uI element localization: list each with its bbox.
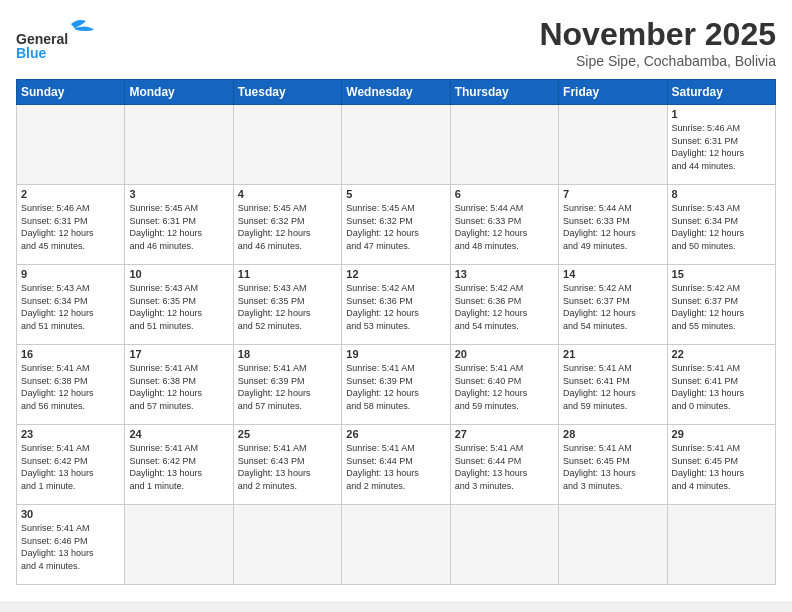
day-cell: 25Sunrise: 5:41 AM Sunset: 6:43 PM Dayli… [233,425,341,505]
day-info: Sunrise: 5:45 AM Sunset: 6:31 PM Dayligh… [129,202,228,252]
day-info: Sunrise: 5:41 AM Sunset: 6:43 PM Dayligh… [238,442,337,492]
day-number: 6 [455,188,554,200]
day-number: 29 [672,428,771,440]
day-cell [125,505,233,585]
day-info: Sunrise: 5:42 AM Sunset: 6:36 PM Dayligh… [346,282,445,332]
day-cell: 21Sunrise: 5:41 AM Sunset: 6:41 PM Dayli… [559,345,667,425]
day-info: Sunrise: 5:41 AM Sunset: 6:41 PM Dayligh… [563,362,662,412]
col-header-saturday: Saturday [667,80,775,105]
day-number: 3 [129,188,228,200]
day-cell: 30Sunrise: 5:41 AM Sunset: 6:46 PM Dayli… [17,505,125,585]
day-cell [233,105,341,185]
day-cell [559,105,667,185]
day-cell: 26Sunrise: 5:41 AM Sunset: 6:44 PM Dayli… [342,425,450,505]
day-number: 28 [563,428,662,440]
day-number: 25 [238,428,337,440]
day-info: Sunrise: 5:44 AM Sunset: 6:33 PM Dayligh… [563,202,662,252]
day-cell: 8Sunrise: 5:43 AM Sunset: 6:34 PM Daylig… [667,185,775,265]
week-row-3: 16Sunrise: 5:41 AM Sunset: 6:38 PM Dayli… [17,345,776,425]
title-block: November 2025 Sipe Sipe, Cochabamba, Bol… [539,16,776,69]
day-number: 27 [455,428,554,440]
day-number: 9 [21,268,120,280]
day-number: 1 [672,108,771,120]
day-number: 8 [672,188,771,200]
day-info: Sunrise: 5:45 AM Sunset: 6:32 PM Dayligh… [238,202,337,252]
day-info: Sunrise: 5:41 AM Sunset: 6:44 PM Dayligh… [346,442,445,492]
day-number: 30 [21,508,120,520]
day-cell [450,505,558,585]
day-number: 26 [346,428,445,440]
day-cell: 22Sunrise: 5:41 AM Sunset: 6:41 PM Dayli… [667,345,775,425]
day-cell [17,105,125,185]
col-header-monday: Monday [125,80,233,105]
day-info: Sunrise: 5:42 AM Sunset: 6:37 PM Dayligh… [672,282,771,332]
week-row-0: 1Sunrise: 5:46 AM Sunset: 6:31 PM Daylig… [17,105,776,185]
day-cell: 16Sunrise: 5:41 AM Sunset: 6:38 PM Dayli… [17,345,125,425]
logo: General Blue [16,16,106,61]
day-number: 24 [129,428,228,440]
day-cell [559,505,667,585]
day-info: Sunrise: 5:43 AM Sunset: 6:34 PM Dayligh… [21,282,120,332]
day-number: 20 [455,348,554,360]
day-info: Sunrise: 5:41 AM Sunset: 6:41 PM Dayligh… [672,362,771,412]
day-cell: 24Sunrise: 5:41 AM Sunset: 6:42 PM Dayli… [125,425,233,505]
day-info: Sunrise: 5:41 AM Sunset: 6:45 PM Dayligh… [672,442,771,492]
day-cell: 9Sunrise: 5:43 AM Sunset: 6:34 PM Daylig… [17,265,125,345]
day-cell: 2Sunrise: 5:46 AM Sunset: 6:31 PM Daylig… [17,185,125,265]
svg-text:Blue: Blue [16,45,47,61]
day-cell: 19Sunrise: 5:41 AM Sunset: 6:39 PM Dayli… [342,345,450,425]
day-cell: 11Sunrise: 5:43 AM Sunset: 6:35 PM Dayli… [233,265,341,345]
day-number: 2 [21,188,120,200]
day-info: Sunrise: 5:42 AM Sunset: 6:37 PM Dayligh… [563,282,662,332]
day-cell: 4Sunrise: 5:45 AM Sunset: 6:32 PM Daylig… [233,185,341,265]
day-cell: 10Sunrise: 5:43 AM Sunset: 6:35 PM Dayli… [125,265,233,345]
day-info: Sunrise: 5:43 AM Sunset: 6:35 PM Dayligh… [238,282,337,332]
day-number: 10 [129,268,228,280]
calendar: SundayMondayTuesdayWednesdayThursdayFrid… [16,79,776,585]
day-info: Sunrise: 5:41 AM Sunset: 6:40 PM Dayligh… [455,362,554,412]
day-number: 5 [346,188,445,200]
subtitle: Sipe Sipe, Cochabamba, Bolivia [539,53,776,69]
day-info: Sunrise: 5:41 AM Sunset: 6:44 PM Dayligh… [455,442,554,492]
week-row-2: 9Sunrise: 5:43 AM Sunset: 6:34 PM Daylig… [17,265,776,345]
day-cell: 13Sunrise: 5:42 AM Sunset: 6:36 PM Dayli… [450,265,558,345]
day-number: 15 [672,268,771,280]
day-cell: 7Sunrise: 5:44 AM Sunset: 6:33 PM Daylig… [559,185,667,265]
day-cell: 18Sunrise: 5:41 AM Sunset: 6:39 PM Dayli… [233,345,341,425]
day-number: 18 [238,348,337,360]
col-header-wednesday: Wednesday [342,80,450,105]
day-info: Sunrise: 5:46 AM Sunset: 6:31 PM Dayligh… [21,202,120,252]
day-cell: 14Sunrise: 5:42 AM Sunset: 6:37 PM Dayli… [559,265,667,345]
week-row-1: 2Sunrise: 5:46 AM Sunset: 6:31 PM Daylig… [17,185,776,265]
day-number: 4 [238,188,337,200]
col-header-sunday: Sunday [17,80,125,105]
col-header-thursday: Thursday [450,80,558,105]
day-info: Sunrise: 5:41 AM Sunset: 6:38 PM Dayligh… [129,362,228,412]
day-number: 23 [21,428,120,440]
day-info: Sunrise: 5:45 AM Sunset: 6:32 PM Dayligh… [346,202,445,252]
day-info: Sunrise: 5:41 AM Sunset: 6:38 PM Dayligh… [21,362,120,412]
day-number: 22 [672,348,771,360]
day-number: 13 [455,268,554,280]
day-cell: 1Sunrise: 5:46 AM Sunset: 6:31 PM Daylig… [667,105,775,185]
day-cell: 12Sunrise: 5:42 AM Sunset: 6:36 PM Dayli… [342,265,450,345]
day-number: 19 [346,348,445,360]
day-cell: 5Sunrise: 5:45 AM Sunset: 6:32 PM Daylig… [342,185,450,265]
day-cell: 29Sunrise: 5:41 AM Sunset: 6:45 PM Dayli… [667,425,775,505]
day-info: Sunrise: 5:41 AM Sunset: 6:46 PM Dayligh… [21,522,120,572]
day-number: 21 [563,348,662,360]
header: General Blue November 2025 Sipe Sipe, Co… [16,16,776,69]
day-cell [342,105,450,185]
day-info: Sunrise: 5:43 AM Sunset: 6:35 PM Dayligh… [129,282,228,332]
day-cell [450,105,558,185]
day-cell [125,105,233,185]
day-cell: 17Sunrise: 5:41 AM Sunset: 6:38 PM Dayli… [125,345,233,425]
day-cell: 3Sunrise: 5:45 AM Sunset: 6:31 PM Daylig… [125,185,233,265]
day-cell [342,505,450,585]
day-cell: 20Sunrise: 5:41 AM Sunset: 6:40 PM Dayli… [450,345,558,425]
day-info: Sunrise: 5:43 AM Sunset: 6:34 PM Dayligh… [672,202,771,252]
month-title: November 2025 [539,16,776,53]
day-info: Sunrise: 5:41 AM Sunset: 6:39 PM Dayligh… [238,362,337,412]
week-row-5: 30Sunrise: 5:41 AM Sunset: 6:46 PM Dayli… [17,505,776,585]
day-info: Sunrise: 5:46 AM Sunset: 6:31 PM Dayligh… [672,122,771,172]
